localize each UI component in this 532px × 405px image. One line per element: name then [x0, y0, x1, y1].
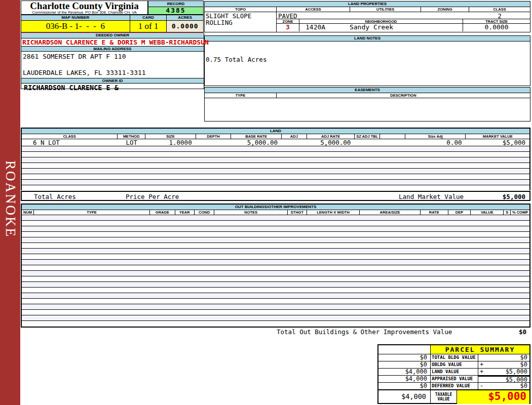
- mailing-address-label: MAILING ADDRESS: [21, 46, 204, 52]
- land-row-market-value: $5,000: [466, 139, 529, 146]
- outbuildings-title: OUT BUILDINGS/OTHER IMPROVEMENTS: [22, 205, 529, 210]
- land-row-class: 6 N LOT: [22, 139, 118, 146]
- empty-table-row: [22, 152, 529, 157]
- zone-value: 3: [277, 24, 299, 31]
- prior-total-bldg-value: $0: [378, 354, 431, 361]
- ob-col-area-size: AREA/SIZE: [360, 210, 421, 215]
- outbuildings-empty-rows: [22, 215, 529, 327]
- parcel-summary-blank-cell: [378, 345, 431, 354]
- record-value: 4385: [148, 7, 203, 14]
- summary-row-total-bldg: $0 TOTAL BLDG VALUE $0: [378, 354, 529, 361]
- outbuildings-header-row: NUM TYPE GRADE YEAR COND NOTES STHGT LEN…: [22, 210, 529, 215]
- prior-land-value: $4,000: [378, 369, 431, 375]
- zone-label: ZONE: [277, 19, 299, 23]
- topo-line-2: ROLLING: [206, 19, 276, 26]
- empty-table-row: [22, 254, 529, 260]
- land-col-blank: [380, 134, 405, 139]
- map-number-label: MAP NUMBER: [21, 15, 130, 20]
- empty-table-row: [22, 221, 529, 226]
- empty-table-row: [22, 293, 529, 299]
- outbuildings-total-row: Total Out Buildings & Other Improvements…: [21, 327, 530, 335]
- land-notes-text: 0.75 Total Acres: [205, 42, 530, 63]
- empty-table-row: [22, 146, 529, 152]
- land-table: LAND CLASS METHOD SIZE DEPTH BASE RATE A…: [21, 128, 530, 190]
- empty-table-row: [22, 315, 529, 321]
- land-col-method: METHOD: [118, 134, 145, 139]
- land-row-adj: [282, 139, 307, 146]
- empty-table-row: [22, 174, 529, 180]
- ob-col-year: YEAR: [175, 210, 195, 215]
- appraised-value-label: APPRAISED VALUE: [431, 376, 478, 382]
- ob-col-value: VALUE: [471, 210, 504, 215]
- owner-panel: DEEDED OWNER RICHARDSON CLARENCE E & DOR…: [21, 33, 204, 89]
- card-value: 1 of 1: [130, 21, 167, 32]
- deferred-value-label: DEFERRED VALUE: [431, 383, 478, 389]
- ob-col-pct-comp: % COMP: [511, 210, 529, 215]
- empty-table-row: [22, 157, 529, 163]
- land-value: $5,000: [506, 369, 527, 375]
- total-bldg-value: $0: [520, 354, 527, 361]
- topo-value: SLIGHT SLOPE ROLLING: [205, 12, 277, 32]
- county-title-box: Charlotte County Virginia Commissioner o…: [21, 1, 148, 15]
- outbuildings-total-label: Total Out Buildings & Other Improvements…: [277, 328, 452, 336]
- prior-obldg-value: $0: [378, 361, 431, 368]
- utilities-label: UTILITIES: [350, 7, 421, 12]
- land-col-size-adj: Size Adj: [405, 134, 466, 139]
- land-col-size: SIZE: [145, 134, 196, 139]
- land-row-size: 1.0000: [145, 139, 196, 146]
- obldg-value-label: OBLDG VALUE: [431, 361, 478, 368]
- mailing-address: 2861 SOMERSET DR APT F 110 LAUDERDALE LA…: [21, 52, 204, 78]
- taxable-value: $5,000: [457, 390, 529, 404]
- land-properties-panel: LAND PROPERTIES TOPO ACCESS UTILITIES ZO…: [204, 1, 530, 32]
- empty-table-row: [22, 276, 529, 282]
- price-per-acre-label: Price Per Acre: [126, 193, 179, 200]
- total-acres-label: Total Acres: [34, 193, 76, 200]
- access-label: ACCESS: [277, 7, 350, 12]
- empty-table-row: [22, 226, 529, 232]
- land-properties-title: LAND PROPERTIES: [205, 2, 530, 7]
- land-row-adj-rate: 5,000.00: [307, 139, 355, 146]
- land-notes-title: LAND NOTES: [205, 36, 530, 42]
- empty-table-row: [22, 321, 529, 327]
- land-table-title: LAND: [22, 129, 529, 134]
- owner-id-label: OWNER ID: [21, 78, 204, 84]
- easements-panel: EASEMENTS TYPE DESCRIPTION: [204, 87, 530, 122]
- address-line-1: 2861 SOMERSET DR APT F 110: [23, 53, 126, 60]
- empty-table-row: [22, 237, 529, 243]
- empty-table-row: [22, 299, 529, 304]
- land-operator: +: [480, 369, 483, 375]
- ob-col-length-width: LENGTH X WIDTH: [307, 210, 360, 215]
- card-label: CARD: [130, 15, 167, 20]
- empty-table-row: [22, 249, 529, 254]
- deferred-operator: -: [480, 383, 483, 389]
- empty-table-row: [22, 180, 529, 185]
- land-row-base-rate: 5,000.00: [231, 139, 282, 146]
- land-col-sz-adj-tbl: SZ ADJ TBL: [355, 134, 380, 139]
- ob-col-rate: RATE: [421, 210, 448, 215]
- deeded-owner-value: RICHARDSON CLARENCE E & DORIS M WEBB-RIC…: [21, 38, 204, 46]
- obldg-value: $0: [520, 361, 527, 368]
- land-row-depth: [196, 139, 232, 146]
- land-col-adj-rate: ADJ RATE: [307, 134, 355, 139]
- access-value: PAVED: [278, 12, 297, 20]
- ob-col-s: S: [504, 210, 511, 215]
- ob-col-sthgt: STHGT: [288, 210, 307, 215]
- ob-col-grade: GRADE: [150, 210, 175, 215]
- easement-type-label: TYPE: [205, 93, 277, 98]
- neighborhood-name: Sandy Creek: [350, 23, 393, 31]
- prior-appraised-value: $4,000: [378, 376, 431, 382]
- land-row-size-adj: 0.00: [405, 139, 466, 146]
- topo-label: TOPO: [205, 7, 277, 12]
- empty-table-row: [22, 243, 529, 249]
- land-col-adj: ADJ: [282, 134, 307, 139]
- class-value: 2: [469, 12, 530, 20]
- empty-table-row: [22, 185, 529, 191]
- empty-table-row: [22, 163, 529, 169]
- owner-id-value: RICHARDSON CLARENCE E &: [21, 84, 204, 92]
- land-total-bar: Total Acres Price Per Acre Land Market V…: [21, 191, 530, 201]
- summary-row-taxable: $4,000 TAXABLE VALUE $5,000: [378, 390, 529, 404]
- neighborhood-value: 1420A Sandy Creek: [299, 24, 463, 31]
- summary-row-land: $4,000 LAND VALUE + $5,000: [378, 369, 529, 376]
- empty-table-row: [22, 304, 529, 310]
- summary-row-obldg: $0 OBLDG VALUE + $0: [378, 361, 529, 369]
